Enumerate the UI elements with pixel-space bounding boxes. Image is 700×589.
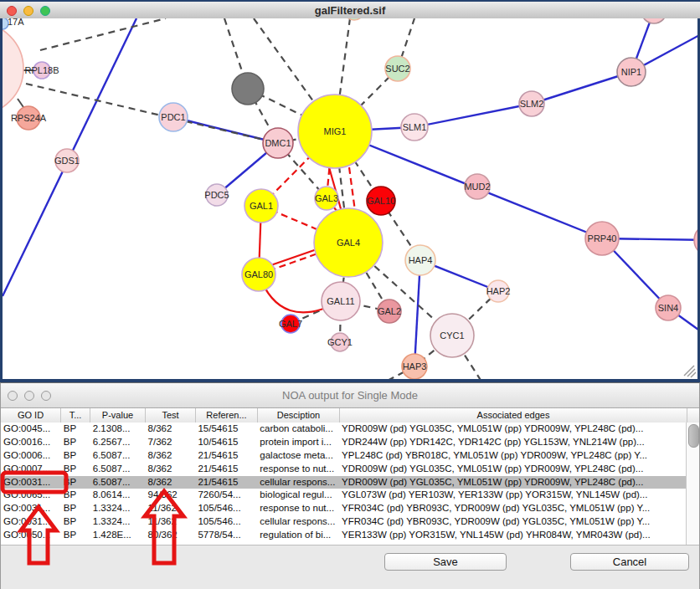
network-node-top-green[interactable] xyxy=(344,18,364,20)
cell-test: 7/362 xyxy=(146,436,196,449)
cell-p_value: 8.0614... xyxy=(90,489,146,502)
resize-grip[interactable] xyxy=(684,366,696,377)
node-label-GAL1: GAL1 xyxy=(250,201,273,211)
cell-test: 8/362 xyxy=(146,449,196,463)
node-label-NIP1: NIP1 xyxy=(621,67,641,77)
cell-p_value: 1.428E... xyxy=(90,529,146,542)
network-edge[interactable] xyxy=(414,104,532,127)
cell-description: galactose meta... xyxy=(257,449,339,463)
cell-test: 8/362 xyxy=(146,463,196,476)
cell-description: cellular respons... xyxy=(257,515,339,529)
cell-description: response to nut... xyxy=(257,463,339,476)
save-button[interactable]: Save xyxy=(384,553,507,571)
vertical-scrollbar[interactable] xyxy=(686,423,699,545)
node-label-GAL11: GAL11 xyxy=(327,296,354,306)
noa-results-table: GO IDT...P-valueTestReferen...Desciption… xyxy=(1,408,699,545)
network-edge[interactable] xyxy=(40,18,166,50)
cell-go_id: GO:0045... xyxy=(1,423,61,436)
cell-p_value: 1.3324... xyxy=(90,515,146,529)
cell-type: BP xyxy=(61,463,90,476)
node-label-GAL10: GAL10 xyxy=(367,196,395,206)
close-button[interactable] xyxy=(8,391,18,401)
cell-go_id: GO:0031... xyxy=(1,476,61,489)
cell-edges: YDR009W (pd) YGL035C, YML051W (pp) YDR00… xyxy=(339,463,686,476)
column-header-edges[interactable]: Associated edges xyxy=(340,408,687,423)
cell-p_value: 6.5087... xyxy=(90,476,146,489)
cell-reference: 21/54615 xyxy=(195,463,257,476)
cell-type: BP xyxy=(61,449,90,463)
cell-type: BP xyxy=(61,489,90,502)
node-label-RPS24A: RPS24A xyxy=(11,113,47,123)
node-label-MUD2: MUD2 xyxy=(464,182,490,192)
network-canvas[interactable]: RPL18BRPS24AGDS1PDC1DMC1MIG1SUC2SLM1SLM2… xyxy=(0,18,700,382)
node-label-SUC2: SUC2 xyxy=(385,64,409,74)
cell-type: BP xyxy=(61,515,90,529)
table-row[interactable]: GO:0031...BP1.3324...11/362105/546...cel… xyxy=(1,515,686,529)
cell-edges: YFR034C (pd) YBR093C, YDR009W (pd) YGL03… xyxy=(339,515,686,529)
cell-reference: 105/546... xyxy=(195,502,257,515)
table-row-selected[interactable]: GO:0031...BP6.5087...8/36221/54615cellul… xyxy=(1,476,686,489)
node-label-HAP4: HAP4 xyxy=(409,255,433,265)
cell-reference: 21/54615 xyxy=(195,476,257,489)
node-label-HAP3: HAP3 xyxy=(403,361,427,371)
cell-type: BP xyxy=(61,476,90,489)
cell-edges: YER133W (pp) YOR315W, YNL145W (pd) YHR08… xyxy=(339,529,686,542)
column-header-description[interactable]: Desciption xyxy=(258,408,340,423)
column-header-reference[interactable]: Referen... xyxy=(196,408,258,423)
noa-titlebar: NOA output for Single Mode xyxy=(1,383,699,408)
noa-output-window: NOA output for Single Mode GO IDT...P-va… xyxy=(0,382,700,589)
node-label-SLM1: SLM1 xyxy=(403,122,427,132)
cell-type: BP xyxy=(61,529,90,542)
node-label-GAL7: GAL7 xyxy=(279,319,302,329)
table-row[interactable]: GO:0006...BP6.5087...8/36221/54615galact… xyxy=(1,449,686,463)
network-node-top-right-pink[interactable] xyxy=(641,18,667,23)
table-row[interactable]: GO:0007...BP6.5087...8/36221/54615respon… xyxy=(1,463,686,476)
noa-window-title: NOA output for Single Mode xyxy=(1,389,699,402)
column-header-p_value[interactable]: P-value xyxy=(90,408,146,423)
cell-edges: YFR034C (pd) YBR093C, YDR009W (pd) YGL03… xyxy=(339,502,686,515)
network-edge[interactable] xyxy=(414,260,420,366)
cell-description: biological regul... xyxy=(257,489,339,502)
scrollbar-thumb[interactable] xyxy=(688,424,699,448)
cell-go_id: GO:0016... xyxy=(1,436,61,449)
cell-reference: 21/54615 xyxy=(195,449,257,463)
cell-edges: YPL248C (pd) YBR018C, YML051W (pp) YDR00… xyxy=(339,449,686,463)
cell-edges: YDR009W (pd) YGL035C, YML051W (pp) YDR00… xyxy=(339,423,686,436)
node-label-GAL80: GAL80 xyxy=(244,269,273,279)
cell-test: 8/362 xyxy=(146,476,196,489)
cell-p_value: 6.5087... xyxy=(90,463,146,476)
node-label-HAP2: HAP2 xyxy=(486,286,511,296)
node-label-RPL18B: RPL18B xyxy=(25,65,59,75)
column-header-type[interactable]: T... xyxy=(61,408,90,423)
node-label-MIG1: MIG1 xyxy=(324,126,347,136)
node-label-PDC5: PDC5 xyxy=(204,190,229,200)
cell-p_value: 1.3324... xyxy=(90,502,146,515)
network-edge[interactable] xyxy=(532,72,631,104)
table-row[interactable]: GO:0065...BP8.0614...94/3627260/54...bio… xyxy=(1,489,686,502)
table-row[interactable]: GO:0045...BP2.1308...8/36215/54615carbon… xyxy=(1,423,686,436)
cancel-button[interactable]: Cancel xyxy=(570,553,689,571)
cell-test: 11/362 xyxy=(146,502,196,515)
close-button[interactable] xyxy=(7,6,17,16)
minimize-button[interactable] xyxy=(24,391,34,401)
cell-p_value: 6.5087... xyxy=(90,449,146,463)
minimize-button[interactable] xyxy=(23,6,33,16)
table-row[interactable]: GO:0050...BP1.428E...80/3625778/54...reg… xyxy=(1,529,686,542)
node-label-GAL2: GAL2 xyxy=(378,306,401,316)
network-node-gray-node[interactable] xyxy=(232,73,264,105)
table-row[interactable]: GO:0016...BP6.2567...7/36210/54615protei… xyxy=(1,436,686,449)
zoom-button[interactable] xyxy=(41,391,51,401)
network-edge[interactable] xyxy=(349,167,355,211)
table-row[interactable]: GO:0031...BP1.3324...11/362105/546...res… xyxy=(1,502,686,515)
zoom-button[interactable] xyxy=(40,6,50,16)
cell-description: protein import i... xyxy=(257,436,339,449)
cell-reference: 15/54615 xyxy=(195,423,257,436)
column-header-go_id[interactable]: GO ID xyxy=(1,408,61,423)
cell-test: 8/362 xyxy=(146,423,196,436)
node-label-SIN4: SIN4 xyxy=(658,303,678,313)
network-node-big-left[interactable] xyxy=(3,23,23,115)
cell-reference: 7260/54... xyxy=(195,489,257,502)
node-label-PDC1: PDC1 xyxy=(161,112,185,122)
column-header-test[interactable]: Test xyxy=(146,408,196,423)
cell-test: 11/362 xyxy=(146,515,196,529)
